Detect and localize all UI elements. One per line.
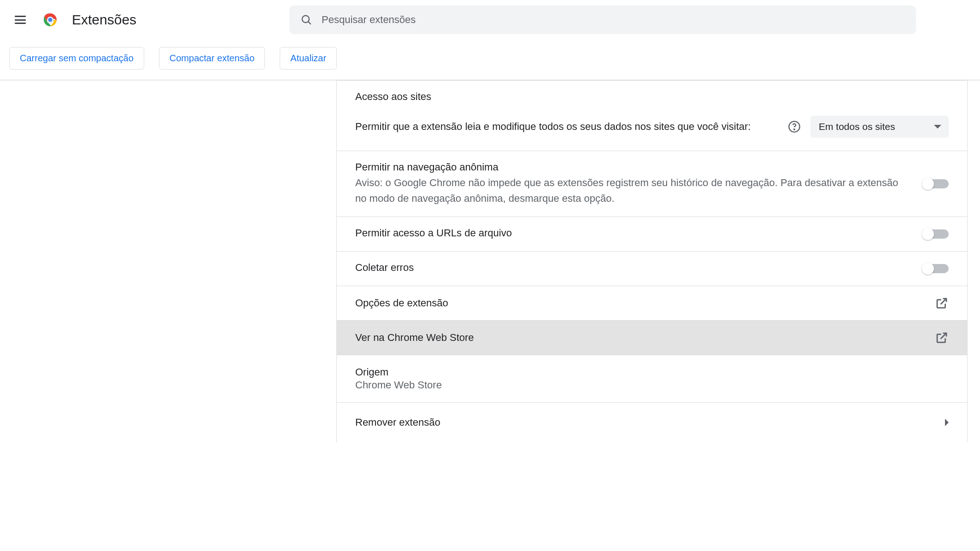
svg-line-3 xyxy=(308,22,311,24)
search-box[interactable] xyxy=(289,6,916,34)
incognito-toggle[interactable] xyxy=(923,179,949,188)
dropdown-selected-label: Em todos os sites xyxy=(819,121,895,132)
help-icon[interactable] xyxy=(785,117,804,136)
site-access-heading: Acesso aos sites xyxy=(355,91,949,103)
incognito-title: Permitir na navegação anônima xyxy=(355,161,904,173)
extension-detail-panel: Acesso aos sites Permitir que a extensão… xyxy=(336,80,968,442)
chrome-logo-icon xyxy=(41,10,60,29)
chevron-down-icon xyxy=(934,125,941,129)
svg-point-5 xyxy=(794,129,795,130)
collect-errors-row: Coletar erros xyxy=(337,251,967,286)
svg-point-1 xyxy=(47,17,53,22)
action-toolbar: Carregar sem compactação Compactar exten… xyxy=(0,40,980,80)
page-title: Extensões xyxy=(72,12,136,28)
app-header: Extensões xyxy=(0,0,980,40)
open-in-new-icon xyxy=(935,331,949,345)
file-urls-title: Permitir acesso a URLs de arquivo xyxy=(355,227,904,239)
load-unpacked-button[interactable]: Carregar sem compactação xyxy=(9,47,144,70)
collect-errors-toggle[interactable] xyxy=(923,264,949,273)
file-urls-toggle[interactable] xyxy=(923,229,949,239)
origin-title: Origem xyxy=(355,366,949,378)
view-in-web-store-row[interactable]: Ver na Chrome Web Store xyxy=(337,320,967,355)
extension-options-row[interactable]: Opções de extensão xyxy=(337,286,967,320)
search-icon xyxy=(300,14,312,26)
origin-row: Origem Chrome Web Store xyxy=(337,355,967,402)
incognito-row: Permitir na navegação anônima Aviso: o G… xyxy=(337,151,967,217)
remove-extension-label: Remover extensão xyxy=(355,416,440,428)
incognito-warning: Aviso: o Google Chrome não impede que as… xyxy=(355,175,904,206)
remove-extension-row[interactable]: Remover extensão xyxy=(337,402,967,442)
menu-button[interactable] xyxy=(9,9,31,31)
site-access-description: Permitir que a extensão leia e modifique… xyxy=(355,119,778,135)
chevron-right-icon xyxy=(945,419,949,426)
svg-point-2 xyxy=(302,16,309,23)
search-input[interactable] xyxy=(322,14,905,26)
file-urls-row: Permitir acesso a URLs de arquivo xyxy=(337,217,967,251)
site-access-dropdown[interactable]: Em todos os sites xyxy=(810,116,949,138)
open-in-new-icon xyxy=(935,296,949,310)
hamburger-icon xyxy=(15,16,26,24)
collect-errors-title: Coletar erros xyxy=(355,262,904,274)
pack-extension-button[interactable]: Compactar extensão xyxy=(159,47,265,70)
update-button[interactable]: Atualizar xyxy=(280,47,337,70)
web-store-label: Ver na Chrome Web Store xyxy=(355,332,474,344)
extension-options-label: Opções de extensão xyxy=(355,297,448,309)
site-access-section: Acesso aos sites Permitir que a extensão… xyxy=(337,80,967,151)
origin-value: Chrome Web Store xyxy=(355,379,949,391)
